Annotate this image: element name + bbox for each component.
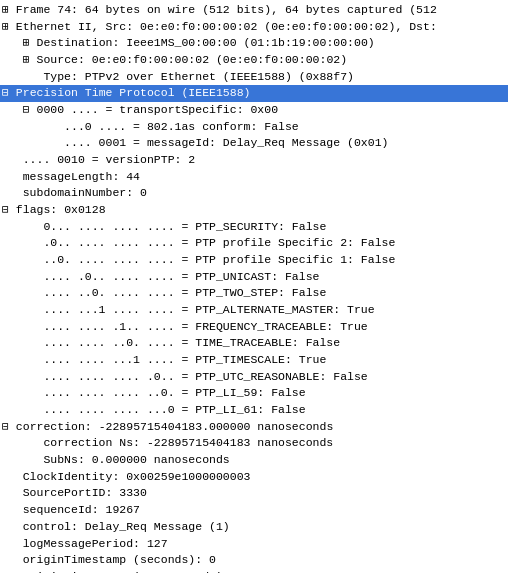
tree-line-frame[interactable]: ⊞ Frame 74: 64 bytes on wire (512 bits),… xyxy=(0,2,508,19)
tree-line-flag12[interactable]: .... .... .... ...0 = PTP_LI_61: False xyxy=(0,402,508,419)
tree-line-clockid[interactable]: ClockIdentity: 0x00259e1000000003 xyxy=(0,469,508,486)
tree-line-flag5[interactable]: .... ..0. .... .... = PTP_TWO_STEP: Fals… xyxy=(0,285,508,302)
tree-line-flag3[interactable]: ..0. .... .... .... = PTP profile Specif… xyxy=(0,252,508,269)
tree-line-flag11[interactable]: .... .... .... ..0. = PTP_LI_59: False xyxy=(0,385,508,402)
tree-line-flag1[interactable]: 0... .... .... .... = PTP_SECURITY: Fals… xyxy=(0,219,508,236)
tree-line-flag7[interactable]: .... .... .1.. .... = FREQUENCY_TRACEABL… xyxy=(0,319,508,336)
tree-line-version[interactable]: .... 0010 = versionPTP: 2 xyxy=(0,152,508,169)
tree-line-flags[interactable]: ⊟ flags: 0x0128 xyxy=(0,202,508,219)
tree-line-corr-subns[interactable]: SubNs: 0.000000 nanoseconds xyxy=(0,452,508,469)
tree-line-ptp-header[interactable]: ⊟ Precision Time Protocol (IEEE1588) xyxy=(0,85,508,102)
tree-line-correction[interactable]: ⊟ correction: -22895715404183.000000 nan… xyxy=(0,419,508,436)
tree-line-flag6[interactable]: .... ...1 .... .... = PTP_ALTERNATE_MAST… xyxy=(0,302,508,319)
tree-line-type[interactable]: Type: PTPv2 over Ethernet (IEEE1588) (0x… xyxy=(0,69,508,86)
tree-line-msgid[interactable]: .... 0001 = messageId: Delay_Req Message… xyxy=(0,135,508,152)
tree-line-flag9[interactable]: .... .... ...1 .... = PTP_TIMESCALE: Tru… xyxy=(0,352,508,369)
tree-line-flag4[interactable]: .... .0.. .... .... = PTP_UNICAST: False xyxy=(0,269,508,286)
tree-line-msglength[interactable]: messageLength: 44 xyxy=(0,169,508,186)
tree-line-orig-ts-sec[interactable]: originTimestamp (seconds): 0 xyxy=(0,552,508,569)
tree-line-flag2[interactable]: .0.. .... .... .... = PTP profile Specif… xyxy=(0,235,508,252)
tree-line-orig-ts-ns[interactable]: originTimestamp (nanoseconds): 0 xyxy=(0,569,508,573)
tree-line-srcport[interactable]: SourcePortID: 3330 xyxy=(0,485,508,502)
packet-tree: ⊞ Frame 74: 64 bytes on wire (512 bits),… xyxy=(0,0,508,573)
tree-line-flag8[interactable]: .... .... ..0. .... = TIME_TRACEABLE: Fa… xyxy=(0,335,508,352)
tree-line-dest[interactable]: ⊞ Destination: Ieee1MS_00:00:00 (01:1b:1… xyxy=(0,35,508,52)
tree-line-seqid[interactable]: sequenceId: 19267 xyxy=(0,502,508,519)
tree-line-src[interactable]: ⊞ Source: 0e:e0:f0:00:00:02 (0e:e0:f0:00… xyxy=(0,52,508,69)
tree-line-transport[interactable]: ⊟ 0000 .... = transportSpecific: 0x00 xyxy=(0,102,508,119)
tree-line-ethernet[interactable]: ⊞ Ethernet II, Src: 0e:e0:f0:00:00:02 (0… xyxy=(0,19,508,36)
tree-line-conform[interactable]: ...0 .... = 802.1as conform: False xyxy=(0,119,508,136)
tree-line-flag10[interactable]: .... .... .... .0.. = PTP_UTC_REASONABLE… xyxy=(0,369,508,386)
tree-line-logmsg[interactable]: logMessagePeriod: 127 xyxy=(0,536,508,553)
tree-line-subdomain[interactable]: subdomainNumber: 0 xyxy=(0,185,508,202)
tree-line-corr-ns[interactable]: correction Ns: -22895715404183 nanosecon… xyxy=(0,435,508,452)
tree-line-control[interactable]: control: Delay_Req Message (1) xyxy=(0,519,508,536)
